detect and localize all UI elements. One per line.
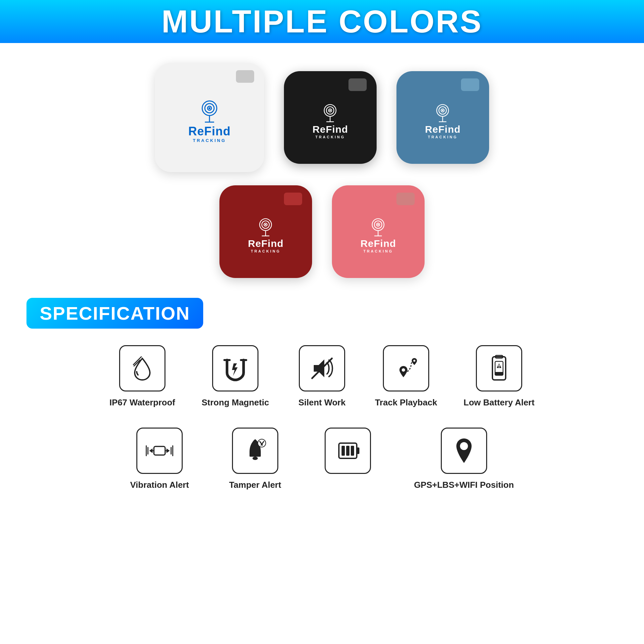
- refind-icon-blue: [432, 103, 453, 124]
- spec-label-waterproof: IP67 Waterproof: [110, 397, 175, 408]
- svg-rect-55: [351, 446, 354, 456]
- svg-rect-53: [342, 446, 345, 456]
- tracker-button-red: [284, 193, 302, 205]
- tracker-logo-red: ReFind TRACKING: [248, 217, 284, 253]
- svg-rect-39: [498, 365, 499, 367]
- tracker-logo-white: ReFind TRACKING: [188, 99, 231, 143]
- spec-icon-battery-full: [325, 428, 371, 474]
- spec-icon-battery-alert: [476, 345, 522, 391]
- tracker-button-pink: [396, 193, 415, 205]
- svg-point-50: [258, 439, 266, 447]
- refind-icon-black: [319, 103, 341, 124]
- svg-point-40: [498, 367, 499, 368]
- spec-features-row1: IP67 Waterproof Strong Magnetic: [26, 345, 618, 408]
- spec-label-vibration: Vibration Alert: [130, 480, 189, 490]
- spec-icon-silent: [299, 345, 345, 391]
- brand-name-black: ReFind: [312, 124, 348, 134]
- svg-rect-41: [154, 446, 165, 455]
- specification-section: SPECIFICATION IP67 Waterproof: [0, 291, 644, 490]
- refind-icon-pink: [367, 217, 389, 239]
- svg-point-23: [265, 224, 267, 225]
- tracker-logo-pink: ReFind TRACKING: [360, 217, 396, 253]
- spec-icon-waterproof: [119, 345, 165, 391]
- tracker-red: ReFind TRACKING: [219, 185, 312, 278]
- tracker-white: ReFind TRACKING: [155, 63, 264, 172]
- spec-item-tamper: Tamper Alert: [229, 428, 282, 490]
- tracker-button-blue: [461, 78, 479, 91]
- brand-sub-white: TRACKING: [193, 138, 226, 143]
- vibration-icon: [145, 436, 174, 466]
- brand-name-red: ReFind: [248, 239, 284, 249]
- tracker-blue: ReFind TRACKING: [396, 71, 489, 164]
- brand-name-pink: ReFind: [360, 239, 396, 249]
- svg-rect-48: [250, 454, 261, 457]
- spec-icon-magnetic: [212, 345, 258, 391]
- svg-rect-35: [492, 357, 506, 380]
- spec-label-battery-alert: Low Battery Alert: [464, 397, 534, 408]
- refind-icon-white: [196, 99, 223, 125]
- svg-point-56: [460, 442, 468, 450]
- battery-full-icon: [333, 436, 363, 466]
- spec-item-waterproof: IP67 Waterproof: [110, 345, 175, 408]
- low-battery-icon: [484, 353, 514, 383]
- products-row-1: ReFind TRACKING ReFind TRACKING: [155, 63, 489, 172]
- spec-item-gps: GPS+LBS+WIFI Position: [414, 428, 514, 490]
- spec-features-row2: Vibration Alert Tamper Alert: [26, 428, 618, 490]
- spec-item-magnetic: Strong Magnetic: [202, 345, 269, 408]
- spec-label-tamper: Tamper Alert: [229, 480, 281, 490]
- svg-point-17: [442, 110, 444, 111]
- svg-point-33: [402, 368, 405, 372]
- spec-icon-gps: [441, 428, 487, 474]
- brand-name-white: ReFind: [188, 125, 231, 137]
- tracker-button-white: [236, 70, 254, 83]
- spec-label-track: Track Playback: [375, 397, 437, 408]
- brand-sub-black: TRACKING: [315, 135, 345, 139]
- spec-badge-label: SPECIFICATION: [40, 303, 190, 324]
- spec-label-gps: GPS+LBS+WIFI Position: [414, 480, 514, 490]
- spec-badge: SPECIFICATION: [26, 298, 203, 329]
- brand-name-blue: ReFind: [425, 124, 461, 134]
- silent-icon: [307, 353, 337, 383]
- spec-label-magnetic: Strong Magnetic: [202, 397, 269, 408]
- brand-sub-blue: TRACKING: [428, 135, 458, 139]
- track-playback-icon: [391, 353, 421, 383]
- svg-point-49: [253, 457, 258, 460]
- tracker-logo-black: ReFind TRACKING: [312, 103, 348, 139]
- svg-point-5: [208, 107, 210, 109]
- spec-item-track: Track Playback: [375, 345, 437, 408]
- spec-item-battery-alert: Low Battery Alert: [464, 345, 534, 408]
- magnetic-icon: [220, 353, 250, 383]
- svg-point-34: [413, 360, 415, 362]
- spec-icon-track: [383, 345, 429, 391]
- tamper-icon: [240, 436, 270, 466]
- spec-item-battery-full: [321, 428, 374, 490]
- tracker-black: ReFind TRACKING: [284, 71, 377, 164]
- brand-sub-pink: TRACKING: [363, 249, 393, 253]
- svg-rect-52: [357, 447, 359, 454]
- tracker-button-black: [348, 78, 367, 91]
- svg-rect-54: [346, 446, 349, 456]
- header-title: MULTIPLE COLORS: [161, 3, 483, 40]
- tracker-pink: ReFind TRACKING: [332, 185, 425, 278]
- spec-item-silent: Silent Work: [296, 345, 348, 408]
- header-banner: MULTIPLE COLORS: [0, 0, 644, 43]
- svg-rect-38: [495, 372, 503, 375]
- products-row-2: ReFind TRACKING ReFind TRACKING: [219, 185, 425, 278]
- tracker-logo-blue: ReFind TRACKING: [425, 103, 461, 139]
- spec-label-silent: Silent Work: [299, 397, 346, 408]
- products-section: ReFind TRACKING ReFind TRACKING: [0, 43, 644, 291]
- svg-point-29: [378, 224, 379, 225]
- gps-icon: [449, 436, 479, 466]
- brand-sub-red: TRACKING: [251, 249, 281, 253]
- spec-icon-tamper: [232, 428, 278, 474]
- svg-point-11: [330, 110, 331, 111]
- refind-icon-red: [255, 217, 276, 239]
- spec-item-vibration: Vibration Alert: [130, 428, 189, 490]
- waterproof-icon: [127, 353, 157, 383]
- spec-icon-vibration: [136, 428, 183, 474]
